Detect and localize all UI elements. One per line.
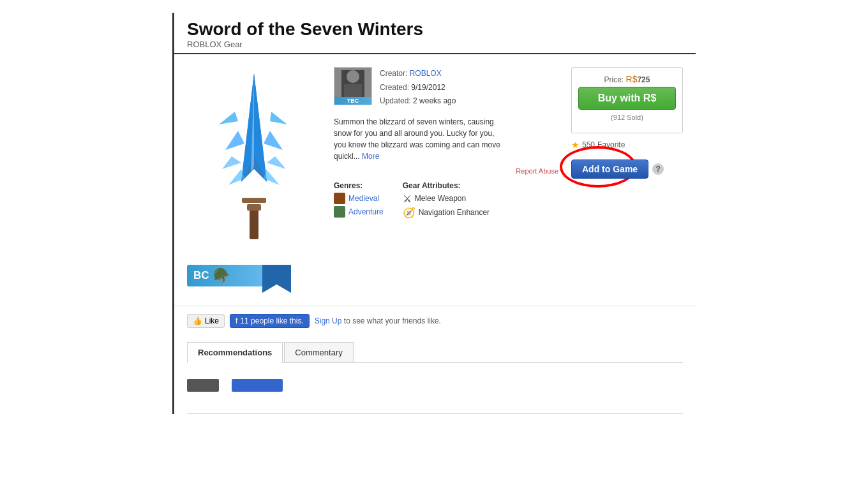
price-column: Price: R$725 Buy with R$ (912 Sold) ★ 55…: [571, 67, 683, 293]
item-title: Sword of the Seven Winters: [187, 19, 683, 40]
melee-icon: ⚔: [403, 193, 412, 205]
svg-marker-5: [225, 131, 244, 150]
favorite-count: 550: [582, 140, 595, 149]
star-icon: ★: [571, 140, 580, 150]
thumbs-up-icon: 👍: [193, 316, 202, 325]
currency-symbol: R$: [626, 74, 638, 84]
genres-label: Genres:: [334, 181, 384, 190]
item-description: Summon the blizzard of seven winters, ca…: [334, 116, 506, 162]
item-image-column: BC 🪖: [187, 67, 321, 293]
creator-link[interactable]: ROBLOX: [410, 69, 442, 78]
adventure-link[interactable]: Adventure: [348, 207, 384, 216]
add-to-game-area: Add to Game ?: [571, 160, 664, 179]
report-abuse-link[interactable]: Report Abuse: [334, 167, 558, 175]
like-label: Like: [205, 316, 219, 325]
creator-avatar: TBC: [334, 67, 372, 105]
item-header: Sword of the Seven Winters ROBLOX Gear: [174, 13, 696, 54]
help-icon[interactable]: ?: [652, 163, 664, 175]
tab-recommendations[interactable]: Recommendations: [187, 342, 283, 363]
genres-column: Genres: Medieval Adventure: [334, 181, 384, 221]
favorite-row: ★ 550 Favorite: [571, 140, 683, 150]
tbc-badge: TBC: [334, 97, 371, 105]
more-link[interactable]: More: [362, 152, 379, 161]
svg-rect-2: [242, 198, 266, 203]
updated-date: Updated: 2 weeks ago: [380, 94, 456, 108]
svg-marker-11: [270, 112, 287, 124]
social-text: Sign Up to see what your friends like.: [315, 316, 441, 325]
price-label: Price: R$725: [578, 74, 676, 84]
item-subtitle: ROBLOX Gear: [187, 40, 683, 49]
sold-count: (912 Sold): [578, 114, 676, 121]
fb-like-button[interactable]: f 11 people like this.: [230, 314, 310, 328]
fb-icon: f: [236, 316, 237, 325]
attr-nav: 🧭 Navigation Enhancer: [403, 207, 490, 219]
nav-icon: 🧭: [403, 207, 415, 219]
svg-rect-1: [247, 204, 261, 211]
item-info-column: TBC Creator: ROBLOX Created: 9/19/2012 U…: [334, 67, 558, 293]
add-to-game-container: Add to Game ?: [571, 156, 664, 179]
medieval-icon: [334, 193, 345, 204]
recommendation-item-1: [187, 379, 219, 392]
svg-rect-0: [250, 207, 258, 239]
creator-section: TBC Creator: ROBLOX Created: 9/19/2012 U…: [334, 67, 558, 108]
svg-marker-10: [267, 156, 286, 169]
signup-link[interactable]: Sign Up: [315, 316, 342, 325]
fb-count: 11 people like this.: [240, 316, 303, 325]
svg-marker-8: [228, 169, 244, 185]
creator-label: Creator: ROBLOX: [380, 67, 456, 81]
social-suffix: to see what your friends like.: [344, 316, 441, 325]
like-button[interactable]: 👍 Like: [187, 314, 225, 328]
created-date: Created: 9/19/2012: [380, 81, 456, 95]
gear-attributes-column: Gear Attributes: ⚔ Melee Weapon 🧭 Naviga…: [403, 181, 490, 221]
tabs-section: Recommendations Commentary: [174, 342, 696, 414]
genre-adventure: Adventure: [334, 206, 384, 218]
medieval-link[interactable]: Medieval: [348, 194, 379, 203]
tab-commentary[interactable]: Commentary: [284, 342, 353, 362]
buy-button[interactable]: Buy with R$: [578, 87, 676, 110]
social-bar: 👍 Like f 11 people like this. Sign Up to…: [174, 306, 696, 336]
adventure-icon: [334, 206, 345, 218]
bc-label: BC: [193, 269, 209, 282]
gear-attributes-label: Gear Attributes:: [403, 181, 490, 190]
svg-marker-12: [264, 169, 280, 185]
svg-marker-6: [222, 156, 241, 169]
price-amount: 725: [637, 75, 650, 84]
tabs-row: Recommendations Commentary: [187, 342, 683, 363]
recommendation-item-2: [232, 379, 283, 392]
favorite-label: Favorite: [597, 140, 625, 149]
sword-svg: [219, 67, 289, 246]
svg-marker-7: [219, 112, 238, 124]
price-box: Price: R$725 Buy with R$ (912 Sold): [571, 67, 683, 133]
svg-marker-9: [264, 131, 283, 150]
attr-melee: ⚔ Melee Weapon: [403, 193, 490, 205]
attributes-row: Genres: Medieval Adventure Gear Attribut…: [334, 181, 558, 221]
creator-details: Creator: ROBLOX Created: 9/19/2012 Updat…: [380, 67, 456, 108]
add-to-game-button[interactable]: Add to Game: [571, 160, 648, 179]
genre-medieval: Medieval: [334, 193, 384, 204]
tab-content: [187, 363, 683, 414]
item-image: [187, 67, 321, 246]
